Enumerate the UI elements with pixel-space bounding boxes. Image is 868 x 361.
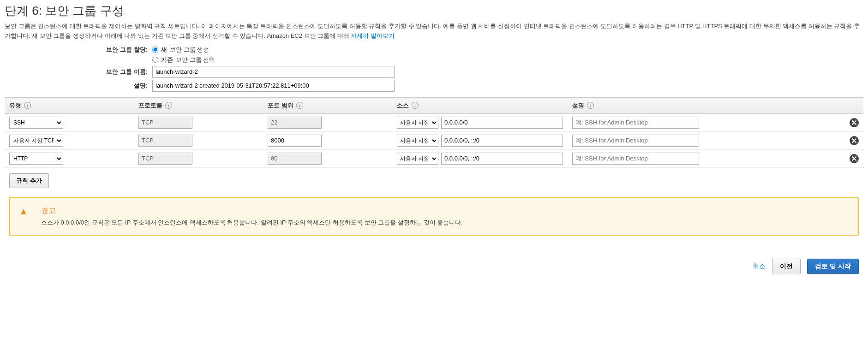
rules-header: 유형i 프로토콜i 포트 범위i 소스i 설명i [5,97,863,114]
description-text: 보안 그룹은 인스턴스에 대한 트래픽을 제어하는 방화벽 규칙 세트입니다. … [5,23,860,39]
learn-more-link[interactable]: 자세히 알아보기 [351,32,395,39]
previous-button[interactable]: 이전 [772,259,801,274]
rule-source-input[interactable] [441,135,563,147]
rule-type-select[interactable]: SSH [9,117,63,129]
rule-protocol-input [138,153,192,165]
assign-label: 보안 그룹 할당: [5,46,152,54]
rule-desc-input[interactable] [572,135,699,147]
close-icon [852,156,856,161]
rule-port-input [268,117,322,129]
info-icon[interactable]: i [587,102,594,109]
rule-source-input[interactable] [441,117,563,129]
warning-title: 경고 [41,206,463,216]
radio-new-input[interactable] [152,47,158,53]
rule-type-select[interactable]: HTTP [9,153,63,165]
radio-new-text: 보안 그룹 생성 [170,46,209,54]
close-icon [852,120,856,125]
rule-row: HTTP 사용자 지정 [5,150,863,168]
col-desc-label: 설명 [572,101,584,110]
info-icon[interactable]: i [412,102,419,109]
delete-rule-button[interactable] [850,154,859,163]
col-port-label: 포트 범위 [268,101,293,110]
rule-source-mode-select[interactable]: 사용자 지정 [397,153,438,165]
warning-box: ▲ 경고 소스가 0.0.0.0/0인 규칙은 모든 IP 주소에서 인스턴스에… [9,197,859,236]
rule-type-select[interactable]: 사용자 지정 TCP [9,135,63,147]
group-name-input[interactable] [152,66,395,78]
radio-existing-text: 보안 그룹 선택 [176,56,215,64]
group-desc-label: 설명: [5,82,152,90]
page-title: 단계 6: 보안 그룹 구성 [5,3,863,19]
rule-protocol-input [138,117,192,129]
info-icon[interactable]: i [296,102,303,109]
group-desc-input[interactable] [152,80,395,92]
rule-port-input[interactable] [268,135,322,147]
group-name-label: 보안 그룹 이름: [5,68,152,76]
delete-rule-button[interactable] [850,136,859,145]
rule-source-input[interactable] [441,153,563,165]
rule-port-input [268,153,322,165]
col-source-label: 소스 [397,101,409,110]
wizard-footer: 취소 이전 검토 및 시작 [0,245,868,279]
review-launch-button[interactable]: 검토 및 시작 [807,259,859,274]
radio-existing-input[interactable] [152,57,158,63]
rule-row: 사용자 지정 TCP 사용자 지정 [5,132,863,150]
col-type-label: 유형 [9,101,21,110]
rule-source-mode-select[interactable]: 사용자 지정 [397,117,438,129]
rule-desc-input[interactable] [572,117,699,129]
delete-rule-button[interactable] [850,118,859,127]
radio-existing-bold: 기존 [161,56,173,64]
rule-row: SSH 사용자 지정 [5,114,863,132]
close-icon [852,138,856,143]
radio-existing-group[interactable]: 기존 보안 그룹 선택 [152,56,863,64]
rule-protocol-input [138,135,192,147]
warning-icon: ▲ [19,206,28,217]
radio-new-group[interactable]: 새 보안 그룹 생성 [152,46,863,54]
info-icon[interactable]: i [165,102,172,109]
col-protocol-label: 프로토콜 [138,101,162,110]
add-rule-button[interactable]: 규칙 추가 [9,173,49,188]
warning-text: 소스가 0.0.0.0/0인 규칙은 모든 IP 주소에서 인스턴스에 액세스하… [41,219,463,227]
cancel-link[interactable]: 취소 [753,262,766,271]
info-icon[interactable]: i [24,102,31,109]
rule-source-mode-select[interactable]: 사용자 지정 [397,135,438,147]
radio-new-bold: 새 [161,46,167,54]
rule-desc-input[interactable] [572,153,699,165]
page-description: 보안 그룹은 인스턴스에 대한 트래픽을 제어하는 방화벽 규칙 세트입니다. … [5,22,863,41]
